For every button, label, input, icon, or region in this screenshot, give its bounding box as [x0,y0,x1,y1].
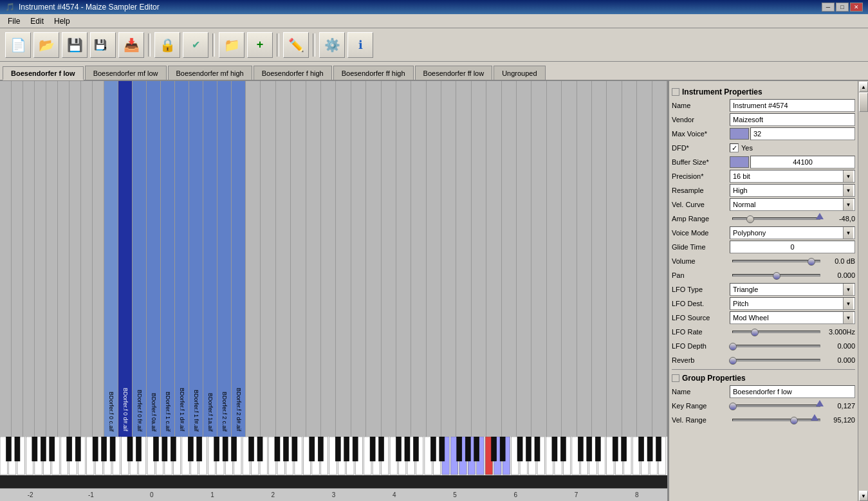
lforate-track[interactable] [732,331,820,333]
scrollbar-track[interactable]: ▲ ▼ [858,81,868,501]
tab-6[interactable]: Ungrouped [494,66,545,80]
prop-resample-dropdown[interactable]: High ▼ [730,184,855,197]
lfosource-arrow[interactable]: ▼ [843,312,853,323]
col-active-7[interactable]: BDorfer.f 1 f#.aif [189,81,203,437]
props-content: Instrument Properties Name Instrument #4… [669,81,868,430]
prop-lfotype-dropdown[interactable]: Triangle ▼ [730,283,855,296]
keyrange-track[interactable] [732,405,820,407]
col-active-5[interactable]: BDorfer.f 1 c.aif [161,81,175,437]
amprange-thumb-right[interactable] [816,213,824,219]
keyrange-thumb-left[interactable] [729,403,737,410]
piano-roll: BDorfer.f 0 c.aif BDorfer.f 0 d#.aif BDo… [0,81,669,501]
voicemode-arrow[interactable]: ▼ [843,227,853,239]
keyrange-thumb-right[interactable] [816,400,824,406]
pan-track[interactable] [732,274,820,277]
prop-buffersize-value[interactable]: 44100 [750,156,855,169]
tab-5[interactable]: Boesendorfer ff low [415,66,493,80]
close-button[interactable]: ✕ [850,3,863,12]
prop-velcurve-dropdown[interactable]: Normal ▼ [730,198,855,211]
lforate-thumb[interactable] [751,329,759,336]
prop-precision-dropdown[interactable]: 16 bit ▼ [730,170,855,183]
prop-voicemode-dropdown[interactable]: Polyphony ▼ [730,226,855,239]
prop-lfosource-dropdown[interactable]: Mod Wheel ▼ [730,311,855,324]
svg-rect-88 [127,437,133,461]
instrument-section-checkbox[interactable] [672,88,679,96]
col-r-2 [261,81,275,437]
col-active-6[interactable]: BDorfer.f 1 d#.aif [175,81,189,437]
col-active-9[interactable]: BDorfer.f 2 c.aif [217,81,232,437]
dfd-checkbox[interactable]: ✓ [730,143,739,152]
tab-2[interactable]: Boesendorfer mf high [168,66,252,80]
tab-4[interactable]: Boesendorfer ff high [333,66,414,80]
menu-edit[interactable]: Edit [25,15,49,27]
menu-file[interactable]: File [3,15,25,27]
prop-dfd-label: DFD* [672,144,730,152]
toolbar-pencil[interactable]: ✏️ [283,32,309,58]
prop-resample-row: Resample High ▼ [672,184,855,197]
toolbar-new[interactable]: 📄 [5,32,31,58]
prop-groupname-value[interactable]: Boesendorfer f low [730,385,855,398]
scrollbar-thumb[interactable] [859,93,868,112]
toolbar-lock[interactable]: 🔒 [154,32,180,58]
menu-help[interactable]: Help [49,15,75,27]
col-active-3[interactable]: BDorfer.f 0 f#.aif [133,81,147,437]
col-active-8[interactable]: BDorfer.f 1a.aif [203,81,217,437]
scrollbar-down[interactable]: ▼ [859,491,868,501]
prop-maxvoice-value[interactable]: 32 [750,127,855,140]
lfodepth-thumb[interactable] [729,343,737,351]
maximize-button[interactable]: □ [836,3,849,12]
col-r-19 [517,81,531,437]
lfotype-arrow[interactable]: ▼ [843,284,853,295]
velrange-thumb-left[interactable] [790,417,798,424]
toolbar-folder[interactable]: 📁 [219,32,245,58]
svg-rect-115 [457,437,462,461]
velrange-thumb-right[interactable] [811,414,818,421]
group-section-checkbox[interactable] [672,374,679,382]
col-label-2: BDorfer.f 0 d#.aif [122,388,129,432]
amprange-thumb-left[interactable] [746,215,754,223]
piano-keyboard-area[interactable]: // Will be generated by script below [0,437,667,488]
col-active-4[interactable]: BDorfer.f 0a.aif [147,81,161,437]
toolbar-info[interactable]: ℹ [347,32,373,58]
title-text: 🎵 Instrument #4574 - Maize Sampler Edito… [5,3,160,12]
col-active-10[interactable]: BDorfer.f 2 d#.aif [232,81,246,437]
toolbar-save[interactable]: 💾 [62,32,88,58]
precision-arrow[interactable]: ▼ [843,170,853,182]
lfodest-arrow[interactable]: ▼ [843,298,853,309]
resample-arrow[interactable]: ▼ [843,185,853,196]
scrollbar-up[interactable]: ▲ [859,82,868,92]
toolbar-save-as[interactable]: 💾↗ [90,32,116,58]
toolbar-add[interactable]: + [247,32,273,58]
amprange-track[interactable] [732,217,820,220]
pan-thumb[interactable] [773,272,780,280]
reverb-track[interactable] [732,359,820,361]
svg-rect-83 [67,437,72,461]
reverb-thumb[interactable] [729,357,737,365]
volume-thumb[interactable] [808,258,815,266]
prop-glidetime-value[interactable]: 0 [730,241,855,253]
sample-columns[interactable]: BDorfer.f 0 c.aif BDorfer.f 0 d#.aif BDo… [0,81,667,437]
toolbar-import[interactable]: 📥 [118,32,144,58]
col-active-2[interactable]: BDorfer.f 0 d#.aif [118,81,133,437]
volume-track[interactable] [732,260,820,262]
toolbar-settings[interactable]: ⚙️ [319,32,345,58]
col-r-24 [592,81,607,437]
tab-3[interactable]: Boesendorfer f high [254,66,332,80]
toolbar-open[interactable]: 📂 [33,32,59,58]
minimize-button[interactable]: ─ [822,3,835,12]
svg-rect-114 [439,437,445,461]
toolbar-edit[interactable]: ✔ [183,32,208,58]
tab-0[interactable]: Boesendorfer f low [3,66,84,80]
prop-name-value[interactable]: Instrument #4574 [730,99,855,112]
velrange-track[interactable] [732,419,820,421]
prop-vendor-value[interactable]: Maizesoft [730,113,855,126]
lfodepth-track[interactable] [732,345,820,347]
prop-lfodest-dropdown[interactable]: Pitch ▼ [730,297,855,310]
velcurve-arrow[interactable]: ▼ [843,199,853,210]
toolbar-sep-2 [212,33,215,57]
toolbar-sep-1 [148,33,151,57]
prop-buffersize-row: Buffer Size* 44100 [672,156,855,169]
col-r-12 [411,81,426,437]
tab-1[interactable]: Boesendorfer mf low [85,66,167,80]
col-active-1[interactable]: BDorfer.f 0 c.aif [104,81,118,437]
